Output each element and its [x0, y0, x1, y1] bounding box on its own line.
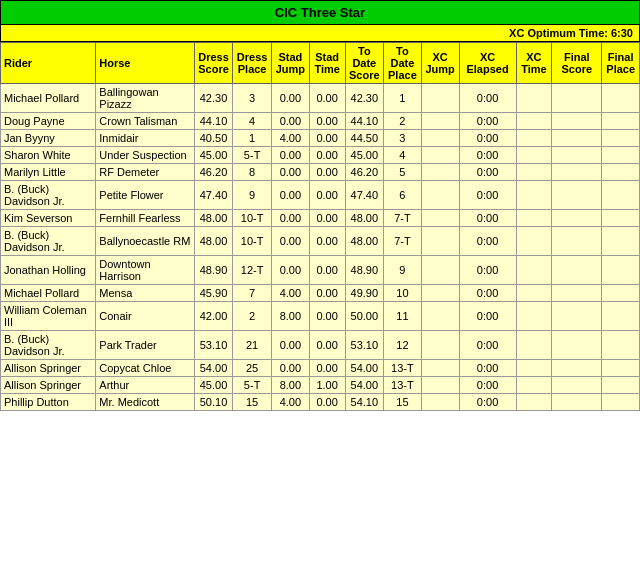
- cell-xc-time: [516, 130, 552, 147]
- cell-to-date-score: 54.00: [345, 377, 384, 394]
- cell-rider: Sharon White: [1, 147, 96, 164]
- cell-xc-time: [516, 147, 552, 164]
- cell-dress-place: 10-T: [233, 227, 272, 256]
- cell-xc-jump: [421, 210, 459, 227]
- header-rider: Rider: [1, 43, 96, 84]
- cell-xc-time: [516, 394, 552, 411]
- cell-to-date-score: 48.00: [345, 210, 384, 227]
- cell-stad-time: 0.00: [309, 331, 345, 360]
- cell-stad-jump: 8.00: [271, 302, 309, 331]
- cell-dress-place: 4: [233, 113, 272, 130]
- cell-rider: Allison Springer: [1, 360, 96, 377]
- cell-final-score: [552, 285, 602, 302]
- cell-to-date-score: 49.90: [345, 285, 384, 302]
- table-header-row: Rider Horse Dress Score Dress Place Stad…: [1, 43, 640, 84]
- cell-xc-time: [516, 164, 552, 181]
- cell-xc-jump: [421, 130, 459, 147]
- cell-xc-jump: [421, 285, 459, 302]
- cell-stad-time: 0.00: [309, 394, 345, 411]
- cell-stad-time: 0.00: [309, 84, 345, 113]
- cell-rider: Jan Byyny: [1, 130, 96, 147]
- cell-dress-score: 45.00: [194, 147, 233, 164]
- cell-xc-jump: [421, 113, 459, 130]
- cell-rider: B. (Buck) Davidson Jr.: [1, 227, 96, 256]
- cell-horse: Petite Flower: [96, 181, 194, 210]
- cell-stad-jump: 4.00: [271, 285, 309, 302]
- cell-xc-elapsed: 0:00: [459, 210, 516, 227]
- cell-final-place: [602, 84, 640, 113]
- cell-to-date-score: 45.00: [345, 147, 384, 164]
- cell-rider: Doug Payne: [1, 113, 96, 130]
- cell-to-date-score: 54.00: [345, 360, 384, 377]
- cell-dress-score: 54.00: [194, 360, 233, 377]
- cell-to-date-place: 7-T: [384, 210, 422, 227]
- table-row: William Coleman IIIConair42.0028.000.005…: [1, 302, 640, 331]
- table-row: B. (Buck) Davidson Jr.Park Trader53.1021…: [1, 331, 640, 360]
- cell-final-place: [602, 181, 640, 210]
- table-row: Kim SeversonFernhill Fearless48.0010-T0.…: [1, 210, 640, 227]
- cell-xc-jump: [421, 227, 459, 256]
- cell-stad-time: 0.00: [309, 130, 345, 147]
- cell-xc-elapsed: 0:00: [459, 285, 516, 302]
- table-row: Michael PollardBallingowan Pizazz42.3030…: [1, 84, 640, 113]
- cell-xc-jump: [421, 302, 459, 331]
- cell-horse: Ballingowan Pizazz: [96, 84, 194, 113]
- cell-dress-place: 25: [233, 360, 272, 377]
- cell-final-score: [552, 360, 602, 377]
- cell-to-date-score: 47.40: [345, 181, 384, 210]
- cell-xc-jump: [421, 331, 459, 360]
- cell-final-score: [552, 302, 602, 331]
- cell-xc-time: [516, 181, 552, 210]
- cell-to-date-score: 48.00: [345, 227, 384, 256]
- cell-dress-place: 9: [233, 181, 272, 210]
- cell-dress-place: 2: [233, 302, 272, 331]
- results-table: Rider Horse Dress Score Dress Place Stad…: [0, 42, 640, 411]
- cell-dress-place: 3: [233, 84, 272, 113]
- cell-xc-time: [516, 113, 552, 130]
- cell-xc-elapsed: 0:00: [459, 302, 516, 331]
- cell-xc-time: [516, 256, 552, 285]
- cell-xc-elapsed: 0:00: [459, 394, 516, 411]
- cell-stad-jump: 0.00: [271, 147, 309, 164]
- cell-to-date-place: 13-T: [384, 360, 422, 377]
- cell-to-date-place: 12: [384, 331, 422, 360]
- cell-horse: Fernhill Fearless: [96, 210, 194, 227]
- cell-horse: Arthur: [96, 377, 194, 394]
- cell-to-date-score: 44.10: [345, 113, 384, 130]
- cell-to-date-score: 54.10: [345, 394, 384, 411]
- cell-dress-score: 46.20: [194, 164, 233, 181]
- cell-xc-elapsed: 0:00: [459, 256, 516, 285]
- cell-stad-time: 0.00: [309, 210, 345, 227]
- cell-stad-time: 0.00: [309, 227, 345, 256]
- cell-horse: Conair: [96, 302, 194, 331]
- cell-to-date-place: 1: [384, 84, 422, 113]
- cell-to-date-place: 13-T: [384, 377, 422, 394]
- cell-dress-place: 21: [233, 331, 272, 360]
- table-row: Doug PayneCrown Talisman44.1040.000.0044…: [1, 113, 640, 130]
- cell-dress-score: 50.10: [194, 394, 233, 411]
- cell-stad-jump: 0.00: [271, 256, 309, 285]
- table-row: Sharon WhiteUnder Suspection45.005-T0.00…: [1, 147, 640, 164]
- cell-to-date-score: 44.50: [345, 130, 384, 147]
- cell-xc-elapsed: 0:00: [459, 181, 516, 210]
- cell-to-date-place: 6: [384, 181, 422, 210]
- cell-horse: Under Suspection: [96, 147, 194, 164]
- cell-to-date-place: 5: [384, 164, 422, 181]
- cell-horse: Mensa: [96, 285, 194, 302]
- header-horse: Horse: [96, 43, 194, 84]
- cell-xc-jump: [421, 256, 459, 285]
- cell-horse: Inmidair: [96, 130, 194, 147]
- cell-xc-time: [516, 227, 552, 256]
- cell-dress-place: 1: [233, 130, 272, 147]
- cell-rider: Michael Pollard: [1, 285, 96, 302]
- table-row: Jonathan HollingDowntown Harrison48.9012…: [1, 256, 640, 285]
- header-stad-time: Stad Time: [309, 43, 345, 84]
- header-to-date-score: To Date Score: [345, 43, 384, 84]
- cell-xc-time: [516, 377, 552, 394]
- cell-stad-jump: 0.00: [271, 164, 309, 181]
- cell-dress-place: 5-T: [233, 377, 272, 394]
- cell-dress-place: 8: [233, 164, 272, 181]
- header-final-score: Final Score: [552, 43, 602, 84]
- header-xc-elapsed: XC Elapsed: [459, 43, 516, 84]
- cell-to-date-place: 9: [384, 256, 422, 285]
